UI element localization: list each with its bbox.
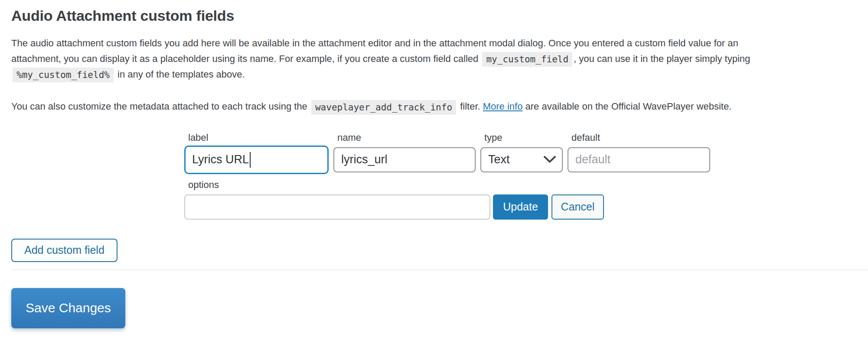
chevron-down-icon — [544, 156, 556, 163]
options-row: options Update Cancel — [184, 179, 868, 220]
metadata-line: You can also customize the metadata atta… — [11, 99, 857, 114]
update-button[interactable]: Update — [493, 194, 548, 220]
page-title: Audio Attachment custom fields — [11, 7, 857, 24]
type-field-label: type — [484, 132, 563, 143]
field-group-name: name — [333, 132, 476, 172]
text-run: , you can use it in the player simply ty… — [574, 53, 750, 64]
more-info-link[interactable]: More info — [483, 101, 523, 112]
type-select[interactable]: Text — [480, 147, 563, 172]
add-custom-field-button[interactable]: Add custom field — [11, 239, 117, 262]
section-divider — [11, 269, 868, 270]
name-field[interactable] — [333, 147, 476, 172]
intro-line: The audio attachment custom fields you a… — [11, 36, 857, 51]
text-run: filter. — [457, 101, 483, 112]
text-run: The audio attachment custom fields you a… — [11, 38, 738, 49]
intro-paragraph: The audio attachment custom fields you a… — [11, 36, 857, 82]
cancel-button[interactable]: Cancel — [551, 194, 604, 220]
inline-code: waveplayer_add_track_info — [311, 100, 456, 115]
text-run: in any of the templates above. — [115, 69, 245, 80]
metadata-paragraph: You can also customize the metadata atta… — [11, 99, 857, 114]
text-caret — [250, 152, 251, 168]
intro-line: %my_custom_field% in any of the template… — [11, 67, 857, 82]
text-run: are available on the Official WavePlayer… — [522, 101, 731, 112]
name-field-label: name — [337, 132, 476, 143]
label-field[interactable] — [184, 146, 329, 174]
field-definition-row: label name type Text default — [184, 132, 868, 174]
inline-code: %my_custom_field% — [13, 68, 114, 82]
label-field-label: label — [188, 132, 329, 143]
text-run: attachment, you can display it as a plac… — [11, 53, 481, 64]
options-field-label: options — [188, 179, 868, 191]
text-run: You can also customize the metadata atta… — [11, 101, 310, 112]
inline-code: my_custom_field — [482, 52, 572, 67]
save-changes-button[interactable]: Save Changes — [11, 288, 125, 328]
options-field[interactable] — [184, 194, 490, 220]
field-group-default: default — [568, 132, 710, 172]
default-field-label: default — [571, 132, 710, 143]
type-select-value: Text — [488, 153, 510, 166]
field-group-label: label — [184, 132, 329, 174]
label-field-wrap — [184, 146, 329, 174]
field-group-type: type Text — [480, 132, 563, 172]
options-controls: Update Cancel — [184, 194, 868, 220]
intro-line: attachment, you can display it as a plac… — [11, 51, 857, 67]
default-field[interactable] — [568, 147, 710, 172]
custom-field-editor: label name type Text default — [184, 132, 868, 220]
